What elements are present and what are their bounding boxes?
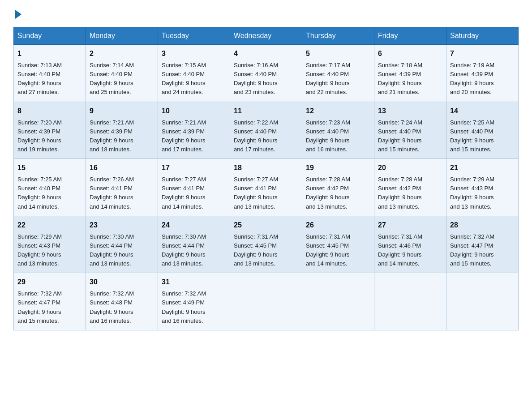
day-number: 18 bbox=[234, 163, 298, 173]
calendar-cell bbox=[374, 273, 446, 330]
day-number: 9 bbox=[90, 106, 154, 116]
day-number: 28 bbox=[450, 220, 515, 231]
calendar-week-row: 8 Sunrise: 7:20 AMSunset: 4:39 PMDayligh… bbox=[14, 102, 519, 159]
day-info: Sunrise: 7:21 AMSunset: 4:39 PMDaylight:… bbox=[162, 119, 206, 153]
day-info: Sunrise: 7:28 AMSunset: 4:42 PMDaylight:… bbox=[378, 176, 422, 210]
calendar-cell: 15 Sunrise: 7:25 AMSunset: 4:40 PMDaylig… bbox=[14, 159, 86, 216]
day-info: Sunrise: 7:20 AMSunset: 4:39 PMDaylight:… bbox=[17, 119, 62, 153]
calendar-cell: 4 Sunrise: 7:16 AMSunset: 4:40 PMDayligh… bbox=[230, 45, 302, 102]
day-number: 12 bbox=[306, 106, 370, 116]
day-number: 26 bbox=[306, 220, 370, 231]
calendar-cell: 8 Sunrise: 7:20 AMSunset: 4:39 PMDayligh… bbox=[14, 102, 86, 159]
calendar-cell: 28 Sunrise: 7:32 AMSunset: 4:47 PMDaylig… bbox=[446, 216, 519, 273]
calendar-cell: 12 Sunrise: 7:23 AMSunset: 4:40 PMDaylig… bbox=[302, 102, 374, 159]
day-info: Sunrise: 7:25 AMSunset: 4:40 PMDaylight:… bbox=[450, 119, 494, 153]
day-info: Sunrise: 7:27 AMSunset: 4:41 PMDaylight:… bbox=[234, 176, 278, 210]
day-number: 31 bbox=[162, 277, 226, 287]
day-info: Sunrise: 7:28 AMSunset: 4:42 PMDaylight:… bbox=[306, 176, 350, 210]
day-number: 13 bbox=[378, 106, 442, 116]
calendar-cell: 2 Sunrise: 7:14 AMSunset: 4:40 PMDayligh… bbox=[86, 45, 158, 102]
day-number: 17 bbox=[162, 163, 226, 173]
calendar-cell: 1 Sunrise: 7:13 AMSunset: 4:40 PMDayligh… bbox=[14, 45, 86, 102]
header-friday: Friday bbox=[374, 27, 446, 45]
day-info: Sunrise: 7:22 AMSunset: 4:40 PMDaylight:… bbox=[234, 119, 278, 153]
day-info: Sunrise: 7:32 AMSunset: 4:48 PMDaylight:… bbox=[90, 290, 134, 324]
day-number: 23 bbox=[90, 220, 154, 231]
calendar-cell: 14 Sunrise: 7:25 AMSunset: 4:40 PMDaylig… bbox=[446, 102, 519, 159]
day-info: Sunrise: 7:23 AMSunset: 4:40 PMDaylight:… bbox=[306, 119, 350, 153]
day-info: Sunrise: 7:29 AMSunset: 4:43 PMDaylight:… bbox=[450, 176, 494, 210]
day-number: 7 bbox=[450, 48, 515, 59]
calendar-cell: 20 Sunrise: 7:28 AMSunset: 4:42 PMDaylig… bbox=[374, 159, 446, 216]
day-info: Sunrise: 7:30 AMSunset: 4:44 PMDaylight:… bbox=[90, 233, 134, 267]
header-monday: Monday bbox=[86, 27, 158, 45]
calendar-week-row: 29 Sunrise: 7:32 AMSunset: 4:47 PMDaylig… bbox=[14, 273, 519, 330]
calendar-cell: 6 Sunrise: 7:18 AMSunset: 4:39 PMDayligh… bbox=[374, 45, 446, 102]
day-number: 10 bbox=[162, 106, 226, 116]
day-number: 4 bbox=[234, 48, 298, 59]
day-number: 16 bbox=[90, 163, 154, 173]
calendar-cell: 25 Sunrise: 7:31 AMSunset: 4:45 PMDaylig… bbox=[230, 216, 302, 273]
day-number: 25 bbox=[234, 220, 298, 231]
calendar-cell: 13 Sunrise: 7:24 AMSunset: 4:40 PMDaylig… bbox=[374, 102, 446, 159]
day-number: 24 bbox=[162, 220, 226, 231]
day-info: Sunrise: 7:14 AMSunset: 4:40 PMDaylight:… bbox=[90, 62, 134, 95]
day-number: 6 bbox=[378, 48, 442, 59]
day-info: Sunrise: 7:21 AMSunset: 4:39 PMDaylight:… bbox=[90, 119, 134, 153]
day-info: Sunrise: 7:29 AMSunset: 4:43 PMDaylight:… bbox=[17, 233, 62, 267]
calendar-cell bbox=[446, 273, 519, 330]
day-info: Sunrise: 7:24 AMSunset: 4:40 PMDaylight:… bbox=[378, 119, 422, 153]
day-info: Sunrise: 7:32 AMSunset: 4:47 PMDaylight:… bbox=[450, 233, 494, 267]
calendar-cell: 29 Sunrise: 7:32 AMSunset: 4:47 PMDaylig… bbox=[14, 273, 86, 330]
day-info: Sunrise: 7:26 AMSunset: 4:41 PMDaylight:… bbox=[90, 176, 134, 210]
calendar-table: SundayMondayTuesdayWednesdayThursdayFrid… bbox=[13, 27, 519, 330]
header-tuesday: Tuesday bbox=[158, 27, 230, 45]
day-info: Sunrise: 7:31 AMSunset: 4:45 PMDaylight:… bbox=[234, 233, 278, 267]
calendar-cell: 11 Sunrise: 7:22 AMSunset: 4:40 PMDaylig… bbox=[230, 102, 302, 159]
day-number: 22 bbox=[17, 220, 82, 231]
calendar-cell: 5 Sunrise: 7:17 AMSunset: 4:40 PMDayligh… bbox=[302, 45, 374, 102]
day-number: 3 bbox=[162, 48, 226, 59]
calendar-cell: 10 Sunrise: 7:21 AMSunset: 4:39 PMDaylig… bbox=[158, 102, 230, 159]
calendar-cell: 19 Sunrise: 7:28 AMSunset: 4:42 PMDaylig… bbox=[302, 159, 374, 216]
logo-arrow-icon bbox=[15, 10, 21, 19]
calendar-cell bbox=[302, 273, 374, 330]
calendar-header-row: SundayMondayTuesdayWednesdayThursdayFrid… bbox=[14, 27, 519, 45]
calendar-cell: 21 Sunrise: 7:29 AMSunset: 4:43 PMDaylig… bbox=[446, 159, 519, 216]
day-number: 21 bbox=[450, 163, 515, 173]
day-number: 20 bbox=[378, 163, 442, 173]
calendar-week-row: 15 Sunrise: 7:25 AMSunset: 4:40 PMDaylig… bbox=[14, 159, 519, 216]
day-number: 2 bbox=[90, 48, 154, 59]
calendar-week-row: 22 Sunrise: 7:29 AMSunset: 4:43 PMDaylig… bbox=[14, 216, 519, 273]
day-number: 19 bbox=[306, 163, 370, 173]
day-info: Sunrise: 7:16 AMSunset: 4:40 PMDaylight:… bbox=[234, 62, 278, 95]
calendar-cell: 7 Sunrise: 7:19 AMSunset: 4:39 PMDayligh… bbox=[446, 45, 519, 102]
day-info: Sunrise: 7:25 AMSunset: 4:40 PMDaylight:… bbox=[17, 176, 62, 210]
day-number: 11 bbox=[234, 106, 298, 116]
calendar-cell: 3 Sunrise: 7:15 AMSunset: 4:40 PMDayligh… bbox=[158, 45, 230, 102]
calendar-cell: 27 Sunrise: 7:31 AMSunset: 4:46 PMDaylig… bbox=[374, 216, 446, 273]
calendar-cell: 31 Sunrise: 7:32 AMSunset: 4:49 PMDaylig… bbox=[158, 273, 230, 330]
day-number: 29 bbox=[17, 277, 82, 287]
calendar-cell: 22 Sunrise: 7:29 AMSunset: 4:43 PMDaylig… bbox=[14, 216, 86, 273]
header-thursday: Thursday bbox=[302, 27, 374, 45]
day-number: 15 bbox=[17, 163, 82, 173]
calendar-cell: 9 Sunrise: 7:21 AMSunset: 4:39 PMDayligh… bbox=[86, 102, 158, 159]
page-header bbox=[13, 9, 519, 19]
day-number: 8 bbox=[17, 106, 82, 116]
day-info: Sunrise: 7:32 AMSunset: 4:49 PMDaylight:… bbox=[162, 290, 206, 324]
calendar-cell: 30 Sunrise: 7:32 AMSunset: 4:48 PMDaylig… bbox=[86, 273, 158, 330]
day-info: Sunrise: 7:31 AMSunset: 4:46 PMDaylight:… bbox=[378, 233, 422, 267]
day-number: 30 bbox=[90, 277, 154, 287]
calendar-cell: 17 Sunrise: 7:27 AMSunset: 4:41 PMDaylig… bbox=[158, 159, 230, 216]
header-sunday: Sunday bbox=[14, 27, 86, 45]
logo bbox=[13, 9, 21, 19]
day-info: Sunrise: 7:17 AMSunset: 4:40 PMDaylight:… bbox=[306, 62, 350, 95]
day-info: Sunrise: 7:30 AMSunset: 4:44 PMDaylight:… bbox=[162, 233, 206, 267]
day-number: 27 bbox=[378, 220, 442, 231]
day-number: 5 bbox=[306, 48, 370, 59]
header-wednesday: Wednesday bbox=[230, 27, 302, 45]
day-number: 1 bbox=[17, 48, 82, 59]
calendar-cell: 24 Sunrise: 7:30 AMSunset: 4:44 PMDaylig… bbox=[158, 216, 230, 273]
calendar-cell bbox=[230, 273, 302, 330]
